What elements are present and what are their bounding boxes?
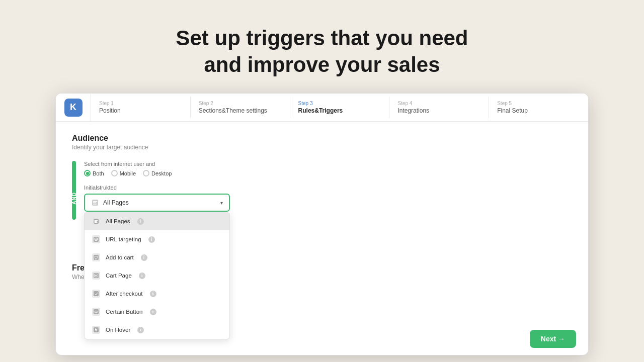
after-checkout-info: i — [150, 291, 156, 297]
on-hover-icon — [92, 325, 101, 334]
pages-rule-row: Initialstrukted — [84, 185, 572, 212]
audience-section-header: Audience Identify your target audience — [72, 134, 572, 151]
radio-mobile[interactable]: Mobile — [111, 170, 136, 176]
all-pages-info: i — [137, 218, 144, 225]
pages-dropdown-container: All Pages ▾ — [84, 194, 230, 212]
step-2[interactable]: Step 2 Sections&Theme settings — [191, 97, 290, 118]
certain-button-label: Certain Button — [106, 309, 143, 315]
all-pages-label: All Pages — [106, 218, 130, 224]
dropdown-item-url-targeting[interactable]: URL targeting i — [85, 230, 229, 248]
radio-both-circle — [84, 170, 91, 176]
dropdown-selected-text: All Pages — [103, 199, 129, 206]
logo-area: K — [56, 94, 91, 122]
pages-dropdown-menu: All Pages i — [84, 212, 230, 339]
heading-line2: and improve your sales — [204, 53, 440, 76]
dropdown-item-add-to-cart[interactable]: Add to cart i — [85, 248, 229, 266]
url-targeting-label: URL targeting — [106, 236, 141, 242]
step-2-label: Sections&Theme settings — [199, 107, 282, 114]
green-bar: AND — [72, 161, 76, 220]
next-button[interactable]: Next → — [530, 330, 576, 348]
step-3-label: Rules&Triggers — [298, 107, 381, 114]
svg-rect-18 — [95, 276, 97, 277]
logo-icon: K — [64, 99, 83, 117]
radio-desktop[interactable]: Desktop — [143, 170, 172, 176]
step-4[interactable]: Step 4 Integrations — [389, 97, 489, 118]
certain-button-info: i — [150, 309, 156, 315]
steps-bar: K Step 1 Position Step 2 Sections&Theme … — [56, 94, 588, 122]
all-pages-icon — [92, 217, 101, 226]
app-window: K Step 1 Position Step 2 Sections&Theme … — [55, 93, 589, 355]
step-3[interactable]: Step 3 Rules&Triggers — [290, 97, 390, 118]
radio-mobile-circle — [111, 170, 118, 176]
audience-title: Audience — [72, 134, 572, 143]
pages-icon — [91, 199, 99, 207]
step-2-num: Step 2 — [199, 101, 282, 106]
step-4-label: Integrations — [397, 107, 480, 114]
dropdown-left: All Pages — [91, 199, 129, 207]
main-content: Audience Identify your target audience A… — [56, 122, 588, 355]
audience-subtitle: Identify your target audience — [72, 144, 572, 151]
page-heading: Set up triggers that you need and improv… — [176, 25, 468, 78]
device-rule-row: Select from internet user and Both Mobil — [84, 161, 572, 176]
dropdown-item-after-checkout[interactable]: After checkout i — [85, 285, 229, 303]
url-targeting-icon — [92, 235, 101, 244]
cart-page-label: Cart Page — [106, 273, 132, 279]
cart-page-info: i — [139, 273, 145, 279]
dropdown-item-all-pages[interactable]: All Pages i — [85, 212, 229, 230]
show-on-label: Initialstrukted — [84, 185, 572, 191]
svg-rect-7 — [95, 222, 98, 223]
svg-point-13 — [95, 259, 96, 259]
svg-rect-12 — [94, 255, 99, 260]
radio-group: Both Mobile Desktop — [84, 170, 572, 176]
steps-list: Step 1 Position Step 2 Sections&Theme se… — [91, 97, 588, 118]
radio-both[interactable]: Both — [84, 170, 104, 176]
cart-page-icon — [92, 271, 101, 280]
svg-rect-6 — [95, 221, 97, 222]
certain-button-icon — [92, 307, 101, 316]
add-to-cart-info: i — [141, 254, 147, 261]
audience-rules-container: AND Select from internet user and Both — [72, 161, 572, 220]
svg-rect-1 — [93, 201, 97, 202]
svg-rect-2 — [93, 203, 96, 204]
url-targeting-info: i — [148, 236, 155, 243]
rule-label: Select from internet user and — [84, 161, 572, 167]
radio-desktop-circle — [143, 170, 149, 176]
svg-rect-22 — [96, 312, 97, 312]
step-4-num: Step 4 — [397, 101, 480, 106]
and-label: AND — [71, 192, 77, 205]
step-1[interactable]: Step 1 Position — [91, 97, 191, 118]
on-hover-label: On Hover — [106, 327, 130, 333]
svg-rect-3 — [93, 204, 97, 205]
audience-rules: Select from internet user and Both Mobil — [84, 161, 572, 220]
after-checkout-label: After checkout — [106, 291, 143, 297]
svg-rect-19 — [94, 291, 99, 296]
step-3-num: Step 3 — [298, 101, 381, 106]
step-5[interactable]: Step 5 Final Setup — [489, 97, 588, 118]
on-hover-info: i — [137, 327, 144, 333]
chevron-down-icon: ▾ — [220, 200, 223, 206]
content-area: Audience Identify your target audience A… — [56, 122, 588, 355]
step-1-num: Step 1 — [99, 101, 182, 106]
step-1-label: Position — [99, 107, 182, 114]
svg-rect-5 — [95, 220, 98, 221]
step-5-label: Final Setup — [497, 107, 580, 114]
after-checkout-icon — [92, 289, 101, 298]
heading-line1: Set up triggers that you need — [176, 26, 468, 50]
pages-dropdown-trigger[interactable]: All Pages ▾ — [84, 194, 230, 212]
svg-rect-17 — [95, 275, 97, 276]
add-to-cart-icon — [92, 253, 101, 262]
dropdown-item-on-hover[interactable]: On Hover i — [85, 321, 229, 339]
svg-point-14 — [97, 259, 97, 259]
step-5-num: Step 5 — [497, 101, 580, 106]
dropdown-item-cart-page[interactable]: Cart Page i — [85, 266, 229, 285]
dropdown-item-certain-button[interactable]: Certain Button i — [85, 303, 229, 321]
add-to-cart-label: Add to cart — [106, 254, 134, 260]
